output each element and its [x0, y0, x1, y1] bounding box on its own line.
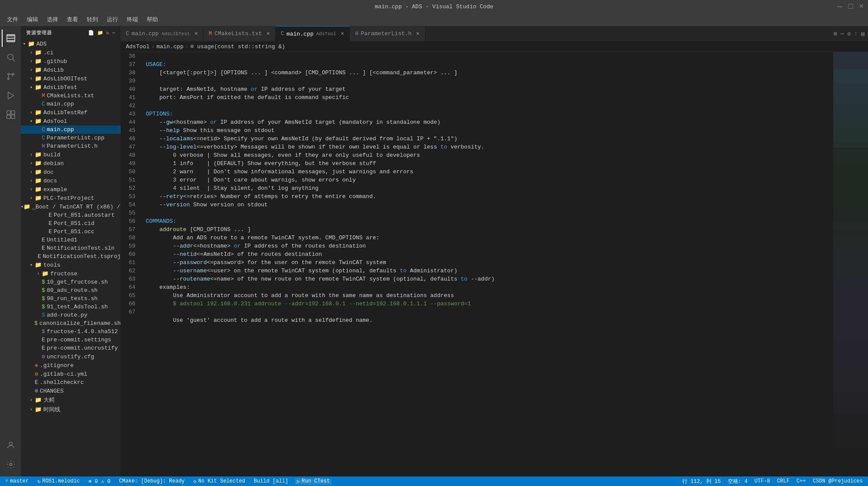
extensions-activity-icon[interactable]	[2, 106, 19, 123]
menu-help[interactable]: 帮助	[143, 14, 161, 25]
explorer-activity-icon[interactable]	[2, 30, 19, 47]
run-ctest-icon: ▷	[297, 478, 300, 485]
status-branch[interactable]: ⑂ master	[3, 478, 30, 484]
minimize-icon[interactable]: —	[838, 2, 842, 11]
sidebar-item-main-cpp[interactable]: C main.cpp	[21, 126, 121, 134]
status-cmake[interactable]: CMake: [Debug]: Ready	[117, 478, 186, 484]
status-notification[interactable]: CSDN @Prejudices	[811, 478, 865, 485]
sidebar-item-fructose[interactable]: › 📁 fructose	[21, 269, 121, 278]
status-run-ctest[interactable]: ▷ Run CTest	[295, 478, 332, 485]
sidebar-header-icons[interactable]: 📄 📁 ↻ ⋯	[88, 30, 115, 36]
sidebar-item-port851-cid[interactable]: E Port_851.cid	[21, 219, 121, 228]
sidebar-item-github[interactable]: › 📁 .github	[21, 57, 121, 66]
menu-view[interactable]: 查看	[63, 14, 82, 25]
sidebar-item-plc-testproject[interactable]: › 📁 PLC-TestProject	[21, 194, 121, 202]
breadcrumb-symbol[interactable]: ⊙ usage(const std::string &)	[191, 43, 285, 50]
collapse-all-icon[interactable]: ⋯	[112, 30, 115, 36]
sidebar-item-ci[interactable]: › 📁 .ci	[21, 48, 121, 57]
menu-goto[interactable]: 转到	[83, 14, 102, 25]
code-lines[interactable]: 3637383940 4142434445 4647484950 5152535…	[121, 52, 833, 476]
breadcrumb-adstool[interactable]: AdsTool	[126, 43, 150, 50]
sidebar-item-changes[interactable]: ⊙ CHANGES	[21, 387, 121, 395]
status-language[interactable]: C++	[795, 478, 808, 485]
status-line-ending[interactable]: CRLF	[775, 478, 791, 485]
tab-main-cpp-adslibtest[interactable]: C main.cpp AdsLibTest ×	[121, 26, 204, 41]
status-sync[interactable]: ↻ ROS1.melodic	[36, 478, 82, 485]
sidebar-item-debian[interactable]: › 📁 debian	[21, 159, 121, 168]
sidebar-item-gitignore[interactable]: ◈ .gitignore	[21, 361, 121, 370]
tab-close-button[interactable]: ×	[194, 30, 198, 37]
new-folder-icon[interactable]: 📁	[97, 30, 104, 36]
sidebar-item-gitlab-ci[interactable]: ⚙ .gitlab-ci.yml	[21, 370, 121, 378]
search-activity-icon[interactable]	[2, 49, 19, 66]
maximize-icon[interactable]: □	[848, 2, 853, 11]
sidebar-item-label: AdsLib	[43, 67, 64, 73]
menu-file[interactable]: 文件	[3, 14, 22, 25]
menu-terminal[interactable]: 终端	[123, 14, 141, 25]
sidebar-item-docs[interactable]: › 📁 docs	[21, 176, 121, 185]
more-actions-icon[interactable]: ⋯	[841, 30, 844, 37]
sidebar-item-shellcheckrc[interactable]: E .shellcheckrc	[21, 378, 121, 387]
tab-close-button[interactable]: ×	[266, 30, 270, 37]
sidebar-item-port851-autostart[interactable]: E Port_851.autostart	[21, 211, 121, 219]
breadcrumb-main-cpp[interactable]: main.cpp	[156, 43, 183, 50]
sidebar-item-cmakelists[interactable]: M CMakeLists.txt	[21, 92, 121, 100]
source-control-activity-icon[interactable]	[2, 68, 19, 85]
sidebar-item-adstool[interactable]: ▾ 📁 AdsTool	[21, 117, 121, 126]
settings-icon[interactable]: ⚙	[848, 30, 851, 37]
sidebar-item-add-route[interactable]: $ add-route.py	[21, 311, 121, 319]
sidebar-item-tafei[interactable]: › 📁 大鳄	[21, 395, 121, 405]
sidebar-item-doc[interactable]: › 📁 doc	[21, 168, 121, 176]
status-encoding[interactable]: UTF-8	[753, 478, 772, 485]
sidebar-item-script2[interactable]: $ 80_ads_route.sh	[21, 286, 121, 294]
publish-icon[interactable]: ↑	[854, 30, 858, 37]
minimap[interactable]	[833, 52, 868, 476]
sidebar-item-boot-twincat[interactable]: ▾ 📁 _Boot / TwinCAT RT (x86) / Plc	[21, 202, 121, 211]
sidebar-item-untitled1[interactable]: E Untitled1	[21, 236, 121, 244]
split-editor-icon[interactable]: ⊞	[834, 30, 837, 37]
toggle-sidebar-icon[interactable]: ▤	[861, 30, 865, 37]
menu-select[interactable]: 选择	[43, 14, 62, 25]
sidebar-item-canonicalize[interactable]: $ canonicalize_filename.sh	[21, 319, 121, 327]
menu-run[interactable]: 运行	[103, 14, 122, 25]
sidebar-item-precommit-uncrustify[interactable]: E pre-commit.uncrustify	[21, 344, 121, 352]
status-spaces[interactable]: 空格: 4	[726, 478, 750, 485]
sidebar-item-script3[interactable]: $ 90_run_tests.sh	[21, 294, 121, 303]
tab-close-button[interactable]: ×	[416, 30, 419, 37]
sidebar-item-precommit-settings[interactable]: E pre-commit.settings	[21, 336, 121, 344]
sidebar-item-main-cpp-adslibtest[interactable]: C main.cpp	[21, 100, 121, 108]
sidebar-item-parameterlist-cpp[interactable]: C ParameterList.cpp	[21, 134, 121, 142]
sidebar-item-adslibooitest[interactable]: › 📁 AdsLibOOITest	[21, 74, 121, 83]
status-position[interactable]: 行 112, 列 15	[681, 478, 723, 485]
sidebar-item-uncrustify-cfg[interactable]: ⚙ uncrustify.cfg	[21, 352, 121, 361]
menu-edit[interactable]: 编辑	[23, 14, 42, 25]
sidebar-item-fructose-sha[interactable]: $ fructose-1.4.0.sha512	[21, 327, 121, 336]
sidebar-item-notification-sln[interactable]: E NotificationTest.sln	[21, 244, 121, 252]
new-file-icon[interactable]: 📄	[88, 30, 95, 36]
sidebar-item-notification-tsproj[interactable]: E NotificationTest.tsproj	[21, 252, 121, 261]
tab-main-cpp-adstool[interactable]: C main.cpp AdsTool ×	[276, 26, 350, 41]
sidebar-item-build[interactable]: › 📁 build	[21, 150, 121, 159]
sidebar-item-adslibtest-ref[interactable]: › 📁 AdsLibTestRef	[21, 108, 121, 117]
sidebar-item-example[interactable]: › 📁 example	[21, 185, 121, 194]
sidebar-item-script1[interactable]: $ 10_get_fructose.sh	[21, 278, 121, 286]
sidebar-item-adslibtest[interactable]: ▾ 📁 AdsLibTest	[21, 83, 121, 92]
sidebar-item-adslib[interactable]: › 📁 AdsLib	[21, 66, 121, 74]
settings-activity-icon[interactable]	[2, 456, 19, 473]
close-icon[interactable]: ×	[859, 2, 864, 11]
sidebar-item-port851-occ[interactable]: E Port_851.occ	[21, 228, 121, 236]
status-build[interactable]: Build [all]	[252, 478, 290, 484]
sidebar-item-tools[interactable]: ▾ 📁 tools	[21, 261, 121, 269]
run-activity-icon[interactable]	[2, 87, 19, 104]
sidebar-item-parameterlist-h[interactable]: H ParameterList.h	[21, 142, 121, 150]
tab-cmakelists[interactable]: M CMakeLists.txt ×	[204, 26, 276, 41]
tab-close-button[interactable]: ×	[341, 30, 344, 37]
sidebar-item-shijian[interactable]: › 📁 时间线	[21, 405, 121, 414]
sidebar-item-ads[interactable]: ▾ 📁 ADS	[21, 40, 121, 48]
sidebar-item-script4[interactable]: $ 91_test_AdsTool.sh	[21, 303, 121, 311]
account-activity-icon[interactable]	[2, 436, 19, 454]
status-kit[interactable]: ◇ No Kit Selected	[192, 478, 247, 485]
tab-parameterlist-h[interactable]: H ParameterList.h ×	[350, 26, 425, 41]
refresh-icon[interactable]: ↻	[106, 30, 110, 36]
status-errors[interactable]: ⊗ 0 ⚠ 0	[87, 478, 112, 485]
